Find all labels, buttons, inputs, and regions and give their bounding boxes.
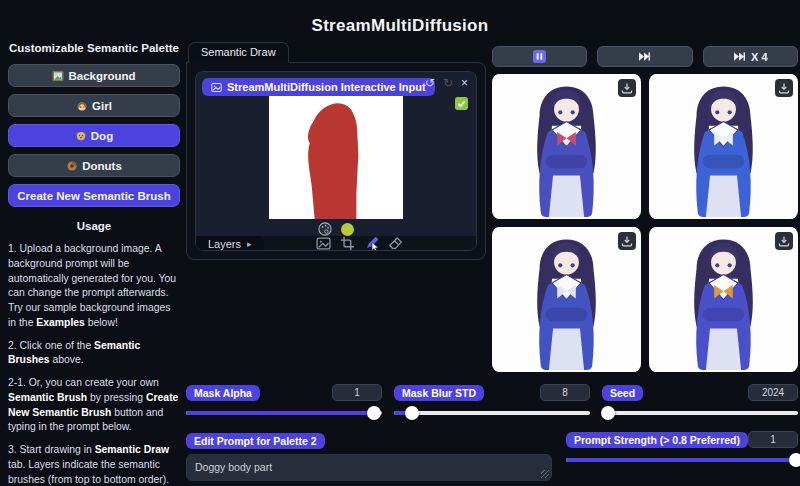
- redo-icon[interactable]: ↻: [443, 77, 453, 89]
- usage-heading: Usage: [8, 220, 180, 232]
- parameter-sliders: Mask Alpha 1 Mask Blur STD 8 Seed 2024: [186, 384, 798, 415]
- slider-thumb[interactable]: [405, 406, 419, 420]
- stream-toggle-button[interactable]: [492, 46, 587, 67]
- interactive-input-label: StreamMultiDiffusion Interactive Input: [202, 78, 435, 96]
- tab-semantic-draw[interactable]: Semantic Draw: [188, 42, 289, 63]
- page-title: StreamMultiDiffusion: [0, 16, 800, 36]
- palette-button-label: Dog: [91, 130, 113, 142]
- brush-tool-icon[interactable]: [364, 236, 379, 251]
- palette-button-label: Donuts: [82, 160, 122, 172]
- prompt-input[interactable]: [186, 454, 552, 481]
- seed-slider-group: Seed 2024: [602, 384, 798, 415]
- prompt-label: Edit Prompt for Palette 2: [186, 433, 325, 449]
- layers-label: Layers: [208, 238, 241, 250]
- image-tool-icon[interactable]: [316, 236, 331, 251]
- semantic-draw-panel: Semantic Draw StreamMultiDiffusion Inter…: [186, 42, 486, 260]
- usage-paragraph: 3. Start drawing in Semantic Draw tab. L…: [8, 443, 180, 486]
- sidebar: Customizable Semantic Palette Background…: [8, 38, 180, 486]
- next-track-icon: [638, 51, 651, 62]
- eraser-tool-icon[interactable]: [388, 236, 403, 251]
- palette-button-dog[interactable]: Dog: [8, 124, 180, 147]
- tool-group: [316, 236, 403, 251]
- slider-thumb[interactable]: [789, 453, 800, 467]
- mask-blur-value[interactable]: 8: [540, 384, 590, 401]
- mask-alpha-label: Mask Alpha: [186, 385, 260, 401]
- batch-label: X 4: [751, 51, 768, 63]
- seed-label: Seed: [602, 385, 643, 401]
- slider-thumb[interactable]: [367, 406, 381, 420]
- editor-container: StreamMultiDiffusion Interactive Input ↺…: [186, 62, 486, 260]
- palette-button-label: Background: [68, 70, 135, 82]
- undo-icon[interactable]: ↺: [425, 77, 435, 89]
- editor-toolbar: Layers ▸: [196, 236, 476, 251]
- usage-paragraph: 2-1. Or, you can create your own Semanti…: [8, 376, 180, 435]
- download-icon[interactable]: [775, 232, 793, 250]
- palette-button-label: Create New Semantic Brush: [17, 190, 170, 202]
- interactive-input-label-text: StreamMultiDiffusion Interactive Input: [227, 81, 426, 93]
- crop-tool-icon[interactable]: [340, 236, 355, 251]
- mask-blur-slider[interactable]: [394, 411, 590, 415]
- palette-button-girl[interactable]: Girl: [8, 94, 180, 117]
- pause-icon: [533, 50, 546, 63]
- download-icon[interactable]: [618, 232, 636, 250]
- prompt-editor: Edit Prompt for Palette 2: [186, 431, 552, 481]
- result-gallery: [492, 74, 798, 372]
- image-icon: [211, 82, 222, 93]
- usage-paragraph: 2. Click one of the Semantic Brushes abo…: [8, 339, 180, 369]
- palette-icon[interactable]: [318, 222, 332, 236]
- result-image-3[interactable]: [492, 227, 641, 372]
- mask-alpha-slider-group: Mask Alpha 1: [186, 384, 382, 415]
- dog-icon: [75, 130, 87, 142]
- brush-color-row: [318, 222, 354, 236]
- chevron-right-icon: ▸: [247, 239, 252, 249]
- prompt-strength-slider-group: Prompt Strength (> 0.8 Preferred) 1: [566, 431, 798, 481]
- resize-handle[interactable]: [541, 470, 549, 478]
- mask-alpha-slider[interactable]: [186, 411, 382, 415]
- generation-controls: X 4: [492, 46, 798, 67]
- generate-once-button[interactable]: [597, 46, 692, 67]
- create-new-semantic-brush-button[interactable]: Create New Semantic Brush: [8, 184, 180, 207]
- canvas-area: [196, 72, 476, 236]
- close-icon[interactable]: ×: [461, 77, 468, 89]
- palette-button-label: Girl: [92, 100, 112, 112]
- prompt-strength-value[interactable]: 1: [748, 431, 798, 448]
- palette-button-donuts[interactable]: Donuts: [8, 154, 180, 177]
- result-image-2[interactable]: [649, 74, 798, 219]
- editor-history-controls: ↺ ↻ ×: [425, 77, 468, 89]
- seed-slider[interactable]: [602, 411, 798, 415]
- generate-batch-button[interactable]: X 4: [703, 46, 798, 67]
- mask-alpha-value[interactable]: 1: [332, 384, 382, 401]
- mask-blur-slider-group: Mask Blur STD 8: [394, 384, 590, 415]
- picture-frame-icon: [52, 70, 64, 82]
- donut-icon: [66, 160, 78, 172]
- prompt-row: Edit Prompt for Palette 2 Prompt Strengt…: [186, 431, 798, 481]
- layers-toggle[interactable]: Layers ▸: [196, 236, 264, 251]
- palette-button-background[interactable]: Background: [8, 64, 180, 87]
- seed-value[interactable]: 2024: [748, 384, 798, 401]
- drawing-canvas[interactable]: [269, 85, 403, 219]
- brush-color-swatch[interactable]: [341, 223, 354, 236]
- interactive-input-editor: StreamMultiDiffusion Interactive Input ↺…: [195, 71, 477, 251]
- palette-heading: Customizable Semantic Palette: [8, 42, 180, 54]
- prompt-strength-slider[interactable]: [566, 458, 798, 462]
- download-icon[interactable]: [618, 79, 636, 97]
- prompt-strength-label: Prompt Strength (> 0.8 Preferred): [566, 432, 748, 448]
- girl-icon: [76, 100, 88, 112]
- result-image-4[interactable]: [649, 227, 798, 372]
- result-image-1[interactable]: [492, 74, 641, 219]
- download-icon[interactable]: [775, 79, 793, 97]
- red-mask-stroke: [308, 103, 358, 219]
- next-track-icon: [733, 51, 746, 62]
- layer-visible-checkbox[interactable]: [455, 97, 468, 110]
- usage-paragraph: 1. Upload a background image. A backgrou…: [8, 242, 180, 331]
- slider-thumb[interactable]: [601, 406, 615, 420]
- mask-blur-label: Mask Blur STD: [394, 385, 484, 401]
